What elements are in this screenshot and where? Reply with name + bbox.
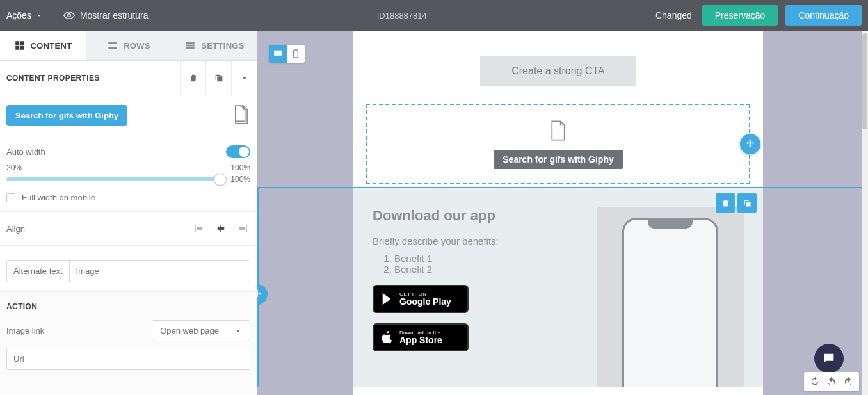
move-icon — [744, 138, 756, 150]
trash-icon — [188, 73, 198, 83]
document-id: ID188887814 — [149, 11, 655, 20]
actions-menu[interactable]: Ações — [6, 10, 43, 20]
alt-text-input[interactable] — [70, 261, 250, 282]
link-type-select[interactable]: Open web page — [152, 320, 250, 341]
cta-block[interactable]: Create a strong CTA — [480, 56, 636, 86]
trash-icon — [721, 198, 730, 208]
settings-icon — [184, 40, 196, 51]
status-changed: Changed — [655, 10, 692, 20]
list-item: Benefit 1 — [394, 253, 590, 264]
undo-button[interactable] — [824, 375, 839, 389]
image-placeholder-icon — [549, 120, 568, 143]
section-header: CONTENT PROPERTIES — [0, 61, 257, 95]
desktop-icon — [273, 49, 283, 59]
eye-icon — [63, 10, 75, 21]
scrollbar-thumb[interactable] — [862, 33, 867, 129]
giphy-block[interactable]: Search for gifs with Giphy — [366, 104, 750, 184]
slider-value: 100% — [230, 175, 250, 184]
svg-rect-1 — [294, 50, 298, 58]
show-structure-toggle[interactable]: Mostrar estrutura — [63, 10, 149, 21]
block-move-handle[interactable] — [740, 134, 760, 154]
slider-min: 20% — [6, 163, 22, 172]
topbar: Ações Mostrar estrutura ID188887814 Chan… — [0, 0, 868, 31]
slider-max: 100% — [230, 163, 250, 172]
image-placeholder-icon — [232, 104, 250, 127]
auto-width-toggle[interactable] — [226, 145, 250, 158]
chevron-down-icon — [35, 12, 43, 19]
mobile-view-button[interactable] — [287, 45, 305, 63]
history-button[interactable] — [808, 375, 822, 389]
side-panel: CONTENT ROWS SETTINGS CONTENT PROPERTIES… — [0, 31, 257, 395]
actions-label: Ações — [6, 10, 31, 20]
collapse-button[interactable] — [231, 61, 257, 95]
align-center-icon — [215, 223, 227, 234]
link-type-value: Open web page — [160, 326, 219, 335]
full-width-mobile-checkbox[interactable] — [6, 193, 15, 202]
url-input-group — [6, 348, 250, 370]
device-toggle — [269, 45, 305, 63]
align-right-button[interactable] — [235, 221, 250, 236]
phone-mockup — [597, 207, 744, 387]
duplicate-icon — [743, 198, 752, 208]
section-title: CONTENT PROPERTIES — [6, 74, 180, 83]
email-body: Create a strong CTA Search for gifs with… — [353, 31, 763, 395]
benefits-list: Benefit 1 Benefit 2 — [394, 253, 590, 275]
undo-icon — [826, 376, 837, 387]
redo-icon — [843, 376, 853, 387]
align-left-icon — [193, 223, 205, 234]
row-subheading: Briefly describe your benefits: — [373, 236, 590, 246]
google-play-badge[interactable]: GET IT ONGoogle Play — [373, 285, 469, 313]
row-delete-button[interactable] — [716, 193, 735, 213]
row-move-handle[interactable] — [257, 284, 268, 305]
url-input[interactable] — [7, 348, 250, 369]
grid-icon — [14, 40, 26, 51]
row-block[interactable]: Row Download our app Briefly describe yo… — [353, 187, 763, 387]
align-center-button[interactable] — [213, 221, 229, 236]
show-structure-label: Mostrar estrutura — [80, 10, 149, 20]
side-tabs: CONTENT ROWS SETTINGS — [0, 31, 257, 61]
align-left-button[interactable] — [191, 221, 207, 236]
row-heading: Download our app — [373, 207, 590, 224]
canvas: Create a strong CTA Search for gifs with… — [257, 31, 862, 395]
move-icon — [257, 289, 263, 300]
list-item: Benefit 2 — [394, 264, 590, 275]
chat-icon — [822, 351, 836, 366]
tab-rows[interactable]: ROWS — [86, 31, 172, 60]
tab-settings[interactable]: SETTINGS — [172, 31, 257, 60]
scrollbar[interactable] — [862, 31, 868, 395]
history-toolbar — [804, 372, 859, 391]
google-play-icon — [380, 292, 394, 306]
preserve-button[interactable]: Preservação — [702, 5, 778, 26]
full-width-mobile-label: Full width on mobile — [22, 193, 95, 202]
chevron-down-icon — [239, 73, 250, 83]
action-section-title: ACTION — [0, 292, 257, 318]
slider-thumb[interactable] — [214, 173, 227, 186]
alt-text-input-group: Alternate text — [6, 260, 250, 282]
desktop-view-button[interactable] — [269, 45, 287, 63]
chevron-down-icon — [234, 327, 242, 335]
phone-body — [622, 218, 718, 387]
apple-icon — [380, 330, 394, 344]
mobile-icon — [291, 49, 301, 59]
rows-icon — [107, 40, 118, 51]
app-store-badge[interactable]: Download on theApp Store — [373, 323, 469, 351]
align-right-icon — [237, 223, 248, 234]
history-icon — [810, 376, 820, 387]
image-link-label: Image link — [6, 326, 44, 335]
giphy-search-button[interactable]: Search for gifs with Giphy — [6, 105, 127, 126]
svg-point-0 — [68, 14, 71, 17]
continue-button[interactable]: Continuação — [785, 5, 862, 26]
phone-notch — [648, 220, 693, 229]
width-slider[interactable] — [6, 177, 221, 181]
duplicate-button[interactable] — [205, 61, 231, 95]
duplicate-icon — [214, 73, 224, 83]
chat-button[interactable] — [814, 344, 844, 373]
redo-button[interactable] — [841, 375, 855, 389]
alt-text-label: Alternate text — [7, 261, 70, 282]
align-label: Align — [6, 224, 25, 234]
giphy-chip[interactable]: Search for gifs with Giphy — [494, 150, 622, 169]
auto-width-label: Auto width — [6, 147, 45, 157]
delete-button[interactable] — [180, 61, 205, 95]
tab-content[interactable]: CONTENT — [0, 31, 86, 60]
row-duplicate-button[interactable] — [737, 193, 757, 213]
